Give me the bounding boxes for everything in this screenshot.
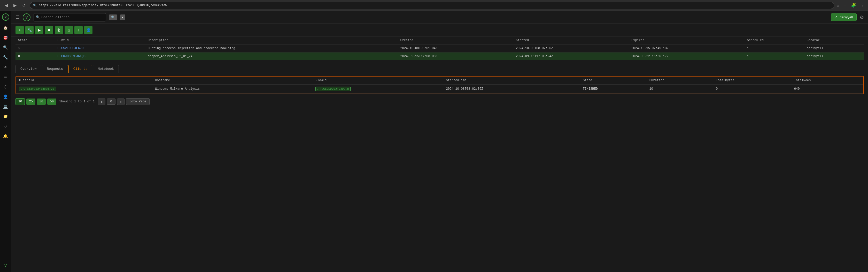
hunt-row[interactable]: ■ H.CRJH8U7CJ6KQS deeper_Analysis_02_01_… — [16, 53, 864, 60]
user-icon-header: ↗ — [835, 15, 838, 19]
assign-hunt-button[interactable]: 👤 — [84, 26, 92, 34]
add-hunt-button[interactable]: + — [16, 26, 24, 34]
notifications-icon[interactable]: 🔔 — [2, 132, 10, 140]
clients-section: ClientId Hostname FlowId StartedTime Sta… — [11, 73, 868, 272]
hunt-id[interactable]: H.CS2EDG0JFGJ08 — [55, 44, 145, 53]
download-hunt-button[interactable]: ↓ — [74, 26, 83, 34]
username-label: daniyyell — [840, 15, 853, 19]
external-link-icon: ↗ — [21, 87, 23, 90]
col-expires: Expires — [629, 36, 744, 44]
hunt-started: 2024-09-15T17:08:24Z — [513, 53, 629, 60]
col-started-time: StartedTime — [443, 77, 580, 85]
browser-forward-button[interactable]: ▶ — [12, 2, 18, 9]
monitor-icon[interactable]: 👁 — [2, 63, 10, 71]
extensions-icon[interactable]: 🧩 — [851, 3, 856, 8]
hunts-table: State HuntId Description Created Started… — [16, 36, 864, 60]
search-icon[interactable]: 🔍 — [2, 43, 10, 52]
velociraptor-logo: V — [23, 13, 30, 21]
hunt-scheduled: 1 — [744, 44, 804, 53]
browser-menu-icon[interactable]: ⋮ — [861, 3, 865, 8]
flow-id-link[interactable]: ↗ F.CS2EDG0JFGJ08.H — [315, 87, 350, 91]
hunts-icon[interactable]: 🎯 — [2, 34, 10, 42]
browser-url-bar: 🔍 https://velo.kali:8889/app/index.html#… — [30, 2, 834, 9]
clients-table-wrapper: ClientId Hostname FlowId StartedTime Sta… — [16, 76, 864, 94]
next-page-button[interactable]: » — [117, 98, 125, 105]
hunt-id[interactable]: H.CRJH8U7CJ6KQS — [55, 53, 145, 60]
page-size-30-button[interactable]: 30 — [37, 98, 46, 105]
delete-hunt-button[interactable]: 🗑 — [55, 26, 63, 34]
files-icon[interactable]: 📁 — [2, 112, 10, 120]
user-icon[interactable]: 👤 — [2, 93, 10, 101]
pagination-bar: 10 25 30 50 Showing 1 to 1 of 1 « 0 » Go… — [16, 97, 864, 106]
svg-text:V: V — [25, 15, 28, 20]
tab-notebook[interactable]: Notebook — [93, 65, 119, 73]
hamburger-button[interactable]: ☰ — [16, 14, 20, 20]
velociraptor-bottom-icon: V — [2, 262, 10, 270]
tab-overview[interactable]: Overview — [16, 65, 41, 73]
search-input[interactable] — [41, 15, 88, 19]
svg-text:V: V — [4, 15, 7, 19]
tab-clients[interactable]: Clients — [68, 65, 92, 73]
browser-reload-button[interactable]: ↺ — [21, 2, 27, 9]
logs-icon[interactable]: ≡ — [2, 73, 10, 81]
page-size-10-button[interactable]: 10 — [16, 98, 25, 105]
stop-hunt-button[interactable]: ■ — [45, 26, 53, 34]
edit-hunt-button[interactable]: 🔧 — [25, 26, 34, 34]
settings-button[interactable]: ⚙ — [860, 14, 864, 20]
col-scheduled: Scheduled — [744, 36, 804, 44]
page-size-50-button[interactable]: 50 — [47, 98, 56, 105]
goto-page-button[interactable]: Goto Page — [126, 98, 150, 105]
browser-right-icons: ☆ ↓ 🧩 ⋮ — [837, 3, 865, 8]
col-state: State — [16, 36, 55, 44]
browser-bar: ◀ ▶ ↺ 🔍 https://velo.kali:8889/app/index… — [0, 0, 868, 11]
main-content: ☰ V 🔍 🔍 ▾ ↗ daniyyell ⚙ + 🔧 ▶ ■ 🗑 — [11, 11, 868, 272]
search-bar-icon: 🔍 — [36, 15, 40, 19]
run-hunt-button[interactable]: ▶ — [35, 26, 43, 34]
url-search-icon: 🔍 — [33, 4, 37, 7]
hunt-creator: daniyyell — [804, 44, 864, 53]
clients-table: ClientId Hostname FlowId StartedTime Sta… — [16, 77, 863, 94]
hunt-row[interactable]: ✕ H.CS2EDG0JFGJ08 Hunting process inject… — [16, 44, 864, 53]
client-id-link[interactable]: ↗ C.a62f8c34b3cd572c — [19, 87, 56, 91]
hunt-state: ■ — [16, 53, 55, 60]
hunt-scheduled: 1 — [744, 53, 804, 60]
flow-id-cell[interactable]: ↗ F.CS2EDG0JFGJ08.H — [312, 85, 443, 94]
history-icon[interactable]: ↺ — [2, 122, 10, 130]
client-id-cell[interactable]: ↗ C.a62f8c34b3cd572c — [16, 85, 152, 94]
hunt-expires: 2024-10-15T07:45:13Z — [629, 44, 744, 53]
tab-requests[interactable]: Requests — [42, 65, 68, 73]
search-bar: 🔍 — [34, 13, 106, 22]
prev-page-button[interactable]: « — [98, 98, 105, 105]
bookmark-icon[interactable]: ☆ — [837, 3, 839, 8]
hunt-created: 2024-10-08T08:01:04Z — [398, 44, 513, 53]
clients-icon[interactable]: 💻 — [2, 102, 10, 111]
hunt-creator: daniyyell — [804, 53, 864, 60]
download-icon[interactable]: ↓ — [844, 3, 846, 8]
showing-text: Showing 1 to 1 of 1 — [59, 100, 95, 103]
hunts-toolbar: + 🔧 ▶ ■ 🗑 ⎘ ↓ 👤 — [11, 24, 868, 36]
col-hostname: Hostname — [152, 77, 312, 85]
sidebar: V 🏠 🎯 🔍 🔧 👁 ≡ ⬡ 👤 💻 📁 ↺ 🔔 V — [0, 11, 11, 272]
user-menu-button[interactable]: ↗ daniyyell — [831, 13, 857, 21]
duration-cell: 10 — [646, 85, 713, 94]
col-creator: Creator — [804, 36, 864, 44]
col-flow-id: FlowId — [312, 77, 443, 85]
home-icon[interactable]: 🏠 — [2, 24, 10, 32]
current-page-number: 0 — [107, 98, 116, 105]
browser-back-button[interactable]: ◀ — [3, 2, 9, 9]
hunt-description: deeper_Analysis_02_01_24 — [145, 53, 398, 60]
browser-url-text: https://velo.kali:8889/app/index.html#/h… — [39, 4, 167, 7]
app-header: ☰ V 🔍 🔍 ▾ ↗ daniyyell ⚙ — [11, 11, 868, 24]
search-submit-button[interactable]: 🔍 — [109, 14, 117, 20]
page-size-25-button[interactable]: 25 — [26, 98, 35, 105]
client-row[interactable]: ↗ C.a62f8c34b3cd572c Windows-Malware-Ana… — [16, 85, 863, 94]
copy-hunt-button[interactable]: ⎘ — [65, 26, 73, 34]
tools-icon[interactable]: 🔧 — [2, 53, 10, 62]
hunt-expires: 2024-09-22T16:56:17Z — [629, 53, 744, 60]
search-dropdown-button[interactable]: ▾ — [120, 14, 125, 20]
col-description: Description — [145, 36, 398, 44]
external-link-icon: ↗ — [317, 87, 319, 90]
vql-icon[interactable]: ⬡ — [2, 83, 10, 91]
col-total-bytes: TotalBytes — [713, 77, 791, 85]
hunt-created: 2024-09-15T17:08:08Z — [398, 53, 513, 60]
